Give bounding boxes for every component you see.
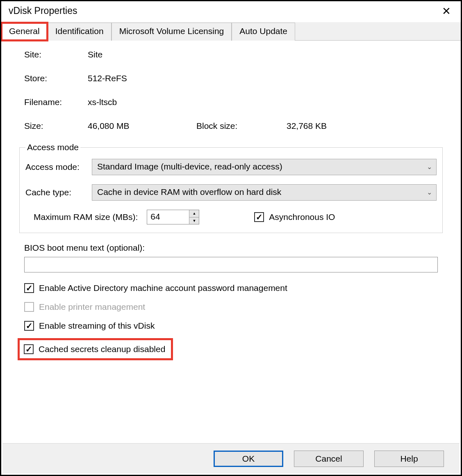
ram-size-spinner[interactable]: 64 ▲ ▼ <box>147 210 199 224</box>
cache-type-label: Cache type: <box>25 188 92 197</box>
spinner-down-icon[interactable]: ▼ <box>189 217 199 224</box>
access-mode-dropdown[interactable]: Standard Image (multi-device, read-only … <box>92 159 437 175</box>
tab-general[interactable]: General <box>1 23 48 41</box>
button-bar: OK Cancel Help <box>2 443 460 474</box>
cached-secrets-checkbox[interactable] <box>24 344 34 354</box>
bios-label: BIOS boot menu text (optional): <box>24 243 438 253</box>
filename-label: Filename: <box>24 97 88 107</box>
tab-msvl[interactable]: Microsoft Volume Licensing <box>112 23 232 41</box>
streaming-checkbox[interactable] <box>24 321 34 331</box>
general-panel: Site: Site Store: 512-ReFS Filename: xs-… <box>1 41 461 360</box>
ad-password-checkbox[interactable] <box>24 283 34 293</box>
printer-mgmt-checkbox <box>24 302 34 312</box>
tab-identification[interactable]: Identification <box>48 23 112 41</box>
cached-secrets-label: Cached secrets cleanup disabled <box>39 344 165 354</box>
access-mode-group: Access mode Access mode: Standard Image … <box>19 142 443 233</box>
window-title: vDisk Properties <box>9 5 77 16</box>
chevron-down-icon: ⌄ <box>427 188 432 196</box>
bios-input[interactable] <box>24 257 438 272</box>
size-value: 46,080 MB <box>88 121 196 131</box>
access-mode-legend: Access mode <box>25 142 80 152</box>
ram-size-value[interactable]: 64 <box>147 210 189 224</box>
access-mode-value: Standard Image (multi-device, read-only … <box>97 162 282 172</box>
tab-bar: General Identification Microsoft Volume … <box>1 22 461 41</box>
access-mode-label: Access mode: <box>25 162 92 172</box>
ad-password-label: Enable Active Directory machine account … <box>39 283 287 293</box>
printer-mgmt-label: Enable printer management <box>39 302 145 312</box>
chevron-down-icon: ⌄ <box>427 163 432 171</box>
ok-button[interactable]: OK <box>214 451 283 467</box>
tab-auto-update[interactable]: Auto Update <box>232 23 295 41</box>
ram-size-label: Maximum RAM size (MBs): <box>34 212 138 222</box>
titlebar: vDisk Properties ✕ <box>1 1 461 22</box>
async-io-label: Asynchronous IO <box>269 212 335 222</box>
store-value: 512-ReFS <box>88 73 127 83</box>
size-label: Size: <box>24 121 88 131</box>
spinner-up-icon[interactable]: ▲ <box>189 210 199 217</box>
help-button[interactable]: Help <box>374 451 444 467</box>
close-icon[interactable]: ✕ <box>439 6 453 16</box>
store-label: Store: <box>24 73 88 83</box>
cached-secrets-highlight: Cached secrets cleanup disabled <box>18 338 173 360</box>
streaming-label: Enable streaming of this vDisk <box>39 321 155 331</box>
async-io-checkbox[interactable] <box>254 212 264 222</box>
blocksize-value: 32,768 KB <box>287 121 327 131</box>
cancel-button[interactable]: Cancel <box>294 451 364 467</box>
cache-type-value: Cache in device RAM with overflow on har… <box>97 187 281 197</box>
filename-value: xs-ltscb <box>88 97 117 107</box>
site-label: Site: <box>24 50 88 60</box>
cache-type-dropdown[interactable]: Cache in device RAM with overflow on har… <box>92 184 437 201</box>
blocksize-label: Block size: <box>196 121 287 131</box>
site-value: Site <box>88 50 102 60</box>
